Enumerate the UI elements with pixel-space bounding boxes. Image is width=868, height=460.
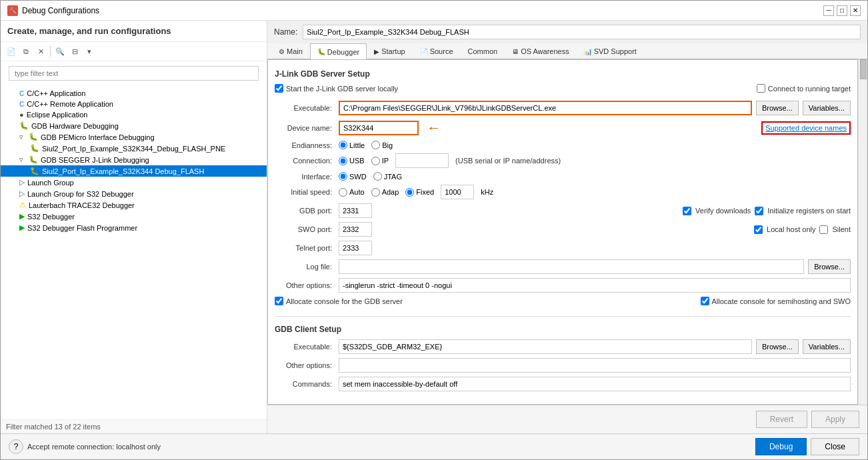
main-content: Create, manage, and run configurations 📄… — [1, 21, 867, 433]
toolbar-separator-1 — [50, 46, 51, 57]
tree-item-launch-group[interactable]: ▷ Launch Group — [1, 177, 267, 188]
tree-item-s32-debugger[interactable]: ▶ S32 Debugger — [1, 211, 267, 222]
minimize-button[interactable]: ─ — [823, 5, 834, 16]
init-registers-checkbox[interactable] — [755, 207, 763, 215]
log-file-input[interactable] — [339, 259, 804, 274]
commands-input[interactable] — [339, 377, 851, 391]
telnet-port-input[interactable] — [339, 241, 372, 255]
revert-button[interactable]: Revert — [756, 411, 807, 428]
client-browse-button[interactable]: Browse... — [756, 339, 799, 354]
connect-running-checkbox[interactable] — [757, 84, 765, 93]
interface-jtag-radio[interactable] — [373, 172, 382, 181]
executable-variables-button[interactable]: Variables... — [803, 101, 851, 115]
gdb-port-input[interactable] — [339, 203, 372, 218]
tree-item-s32-flash[interactable]: ▶ S32 Debugger Flash Programmer — [1, 222, 267, 233]
close-button[interactable]: Close — [811, 438, 859, 455]
tree-item-gdb-hardware[interactable]: 🐛 GDB Hardware Debugging — [1, 120, 267, 131]
speed-value-input[interactable] — [441, 185, 474, 199]
connection-ip-input[interactable] — [395, 153, 449, 168]
connection-ip-radio[interactable] — [371, 157, 380, 165]
other-options-input[interactable] — [339, 278, 851, 293]
connection-usb-label: USB — [349, 157, 365, 165]
allocate-console-label: Allocate console for the GDB server — [286, 297, 403, 305]
siul2-pne-label: Siul2_Port_Ip_Example_S32K344_Debug_FLAS… — [42, 145, 225, 153]
filter-input[interactable] — [9, 66, 259, 81]
s32-flash-icon: ▶ — [19, 223, 25, 232]
silent-label: Silent — [832, 225, 851, 233]
connection-usb-radio[interactable] — [339, 157, 347, 165]
tab-source[interactable]: 📄 Source — [413, 43, 461, 59]
tree-item-siul2-flash[interactable]: 🐛 Siul2_Port_Ip_Example_S32K344 Debug_FL… — [1, 165, 267, 177]
speed-auto-radio[interactable] — [339, 188, 347, 197]
tab-startup[interactable]: ▶ Startup — [367, 43, 412, 59]
interface-swd-radio[interactable] — [339, 172, 347, 181]
view-menu-button[interactable]: ▾ — [83, 45, 96, 58]
filter-status: Filter matched 13 of 22 items — [1, 419, 267, 433]
silent-checkbox[interactable] — [819, 225, 828, 234]
tree-item-lauterbach[interactable]: ⚠ Lauterbach TRACE32 Debugger — [1, 199, 267, 211]
telnet-port-label: Telnet port: — [275, 244, 335, 252]
tab-svd-support[interactable]: 📊 SVD Support — [577, 43, 644, 59]
collapse-button[interactable]: ⊟ — [68, 45, 81, 58]
tree-item-siul2-pne[interactable]: 🐛 Siul2_Port_Ip_Example_S32K344_Debug_FL… — [1, 143, 267, 154]
tree-item-launch-group-s32[interactable]: ▷ Launch Group for S32 Debugger — [1, 188, 267, 199]
delete-config-button[interactable]: ✕ — [34, 45, 47, 58]
siul2-pne-icon: 🐛 — [30, 144, 39, 153]
client-other-input[interactable] — [339, 358, 851, 373]
tab-common[interactable]: Common — [461, 43, 505, 59]
verify-downloads-checkbox[interactable] — [683, 207, 691, 215]
connect-running-row: Connect to running target — [757, 84, 851, 93]
swo-port-input[interactable] — [339, 222, 372, 237]
duplicate-config-button[interactable]: ⧉ — [19, 45, 33, 58]
lauterbach-label: Lauterbach TRACE32 Debugger — [29, 201, 135, 209]
title-bar: 🔧 Debug Configurations ─ □ ✕ — [1, 1, 867, 21]
start-locally-label: Start the J-Link GDB server locally — [286, 85, 398, 93]
supported-devices-link[interactable]: Supported device names — [761, 121, 851, 135]
filter-button[interactable]: 🔍 — [53, 45, 67, 58]
speed-auto-item: Auto — [339, 188, 365, 197]
allocate-semihosting-checkbox[interactable] — [701, 297, 709, 305]
config-name-input[interactable] — [303, 25, 861, 39]
maximize-button[interactable]: □ — [837, 5, 847, 16]
scroll-thumb[interactable] — [860, 59, 867, 79]
tab-debugger[interactable]: 🐛 Debugger — [310, 43, 367, 59]
debug-button[interactable]: Debug — [755, 438, 807, 455]
client-variables-button[interactable]: Variables... — [803, 339, 851, 354]
tree-item-eclipse[interactable]: ● Eclipse Application — [1, 109, 267, 120]
tree-item-gdb-segger[interactable]: ▿ 🐛 GDB SEGGER J-Link Debugging — [1, 154, 267, 165]
local-host-only-checkbox[interactable] — [754, 225, 763, 234]
speed-fixed-radio[interactable] — [405, 188, 414, 197]
allocate-console-checkbox[interactable] — [275, 297, 283, 305]
tree-item-gdb-pemicro[interactable]: ▿ 🐛 GDB PEMicro Interface Debugging — [1, 131, 267, 143]
device-name-input[interactable] — [339, 121, 419, 135]
client-other-row: Other options: — [275, 358, 851, 373]
swo-port-row: SWO port: Local host only Silent — [275, 222, 851, 237]
apply-button[interactable]: Apply — [811, 411, 859, 428]
allocate-semihosting-row: Allocate console for semihosting and SWO — [701, 297, 851, 305]
tab-main[interactable]: ⚙ Main — [271, 43, 310, 59]
start-locally-checkbox[interactable] — [275, 84, 283, 93]
executable-input[interactable] — [339, 101, 752, 115]
help-button[interactable]: ? — [9, 439, 23, 454]
tree-item-cpp-app[interactable]: C C/C++ Application — [1, 88, 267, 99]
log-browse-button[interactable]: Browse... — [808, 259, 851, 274]
connection-ip-item: IP — [371, 157, 389, 165]
initial-speed-row: Initial speed: Auto Adap — [275, 185, 851, 199]
tree-item-cpp-remote[interactable]: C C/C++ Remote Application — [1, 99, 267, 109]
client-other-label: Other options: — [275, 361, 335, 369]
pemicro-icon: 🐛 — [29, 133, 38, 141]
title-bar-controls: ─ □ ✕ — [823, 5, 861, 16]
close-button[interactable]: ✕ — [850, 5, 861, 16]
commands-row: Commands: — [275, 377, 851, 391]
executable-browse-button[interactable]: Browse... — [756, 101, 799, 115]
tab-os-awareness[interactable]: 🖥 OS Awareness — [505, 43, 577, 59]
filter-container — [1, 61, 267, 85]
endianness-big-item: Big — [371, 141, 393, 149]
content-scrollbar[interactable] — [858, 59, 867, 405]
client-exec-input[interactable] — [339, 339, 752, 354]
speed-adap-radio[interactable] — [371, 188, 380, 197]
endianness-big-radio[interactable] — [371, 141, 380, 149]
interface-jtag-item: JTAG — [373, 172, 402, 181]
endianness-little-radio[interactable] — [339, 141, 347, 149]
new-config-button[interactable]: 📄 — [5, 45, 18, 58]
